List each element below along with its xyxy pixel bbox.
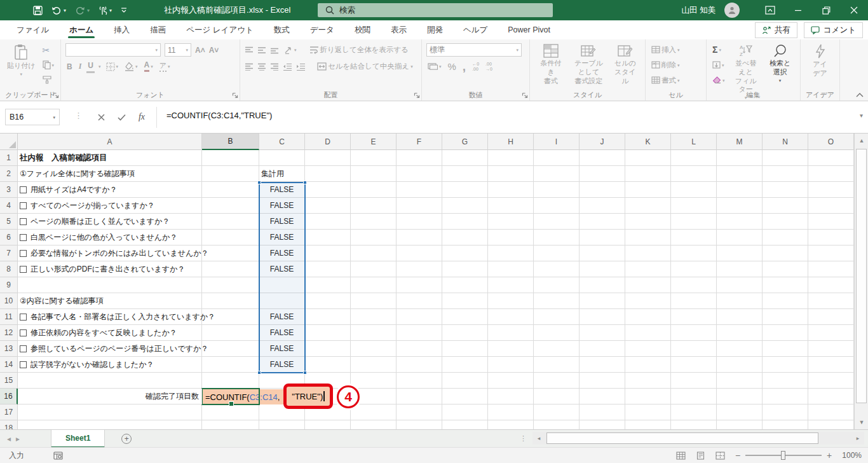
number-format-combo[interactable]: 標準▾	[426, 43, 522, 57]
cell-M13[interactable]	[717, 341, 763, 357]
column-header-I[interactable]: I	[534, 134, 580, 150]
cell-O18[interactable]	[808, 420, 854, 429]
cell-G3[interactable]	[442, 182, 488, 198]
cell-L14[interactable]	[671, 357, 717, 373]
cell-H13[interactable]	[488, 341, 534, 357]
cell-J2[interactable]	[580, 166, 625, 182]
search-box[interactable]: 検索	[318, 3, 553, 17]
page-layout-view-button[interactable]	[696, 452, 705, 460]
select-all-corner[interactable]	[0, 134, 18, 150]
cell-D14[interactable]	[305, 357, 351, 373]
cell-B17[interactable]	[202, 404, 259, 420]
ribbon-display-options-button[interactable]	[756, 0, 784, 20]
cell-N17[interactable]	[763, 404, 808, 420]
ribbon-tab-校閲[interactable]: 校閲	[344, 20, 381, 39]
autosum-button[interactable]: Σ▾	[711, 43, 726, 56]
cell-G16[interactable]	[442, 389, 488, 404]
row-header-13[interactable]: 13	[0, 341, 18, 357]
cell-I1[interactable]	[534, 150, 580, 166]
cell-O1[interactable]	[808, 150, 854, 166]
cell-A12[interactable]: 修正依頼の内容をすべて反映しましたか？	[18, 325, 202, 341]
cell-D12[interactable]	[305, 325, 351, 341]
ribbon-tab-Power Pivot[interactable]: Power Pivot	[498, 20, 560, 39]
cell-O11[interactable]	[808, 309, 854, 325]
paste-button[interactable]: 貼り付け ▾	[4, 43, 38, 86]
cell-O9[interactable]	[808, 277, 854, 293]
cell-N3[interactable]	[763, 182, 808, 198]
checkbox-icon[interactable]	[20, 329, 27, 336]
cell-L11[interactable]	[671, 309, 717, 325]
insert-cells-button[interactable]: 挿入 ▾	[650, 43, 702, 56]
borders-button[interactable]: ▾	[105, 60, 120, 73]
cell-B6[interactable]	[202, 230, 259, 245]
cell-I8[interactable]	[534, 261, 580, 277]
cell-B7[interactable]	[202, 245, 259, 261]
ribbon-tab-データ[interactable]: データ	[300, 20, 344, 39]
checkbox-icon[interactable]	[20, 345, 27, 352]
sheet-tab-sheet1[interactable]: Sheet1	[51, 430, 105, 448]
cell-A2[interactable]: ①ファイル全体に関する確認事項	[18, 166, 202, 182]
column-header-K[interactable]: K	[625, 134, 671, 150]
cell-E6[interactable]	[351, 230, 397, 245]
cell-M7[interactable]	[717, 245, 763, 261]
cell-E10[interactable]	[351, 293, 397, 309]
cell-N14[interactable]	[763, 357, 808, 373]
scroll-right-button[interactable]: ▸	[851, 432, 864, 445]
format-painter-button[interactable]	[41, 73, 56, 86]
cell-K11[interactable]	[625, 309, 671, 325]
cell-A1[interactable]: 社内報 入稿前確認項目	[18, 150, 202, 166]
cell-L10[interactable]	[671, 293, 717, 309]
cell-F12[interactable]	[397, 325, 442, 341]
percent-style-button[interactable]: %	[447, 60, 458, 73]
row-header-16[interactable]: 16	[0, 389, 18, 404]
cell-N2[interactable]	[763, 166, 808, 182]
cell-H4[interactable]	[488, 198, 534, 214]
cell-M16[interactable]	[717, 389, 763, 404]
row-header-10[interactable]: 10	[0, 293, 18, 309]
cell-K15[interactable]	[625, 373, 671, 389]
cell-L5[interactable]	[671, 214, 717, 230]
cell-J6[interactable]	[580, 230, 625, 245]
ribbon-tab-挿入[interactable]: 挿入	[104, 20, 140, 39]
cell-I15[interactable]	[534, 373, 580, 389]
copy-button[interactable]: ▾	[41, 59, 56, 71]
cell-J18[interactable]	[580, 420, 625, 429]
user-name[interactable]: 山田 知美	[682, 5, 715, 16]
cell-K6[interactable]	[625, 230, 671, 245]
close-button[interactable]	[840, 0, 868, 20]
cell-K5[interactable]	[625, 214, 671, 230]
cell-styles-button[interactable]: セルの スタイル	[610, 43, 641, 86]
row-header-18[interactable]: 18	[0, 420, 18, 429]
cell-J7[interactable]	[580, 245, 625, 261]
cell-K14[interactable]	[625, 357, 671, 373]
cell-G2[interactable]	[442, 166, 488, 182]
cell-H6[interactable]	[488, 230, 534, 245]
cell-O3[interactable]	[808, 182, 854, 198]
ribbon-tab-開発[interactable]: 開発	[417, 20, 453, 39]
cell-L17[interactable]	[671, 404, 717, 420]
cell-K2[interactable]	[625, 166, 671, 182]
cell-F7[interactable]	[397, 245, 442, 261]
cell-M11[interactable]	[717, 309, 763, 325]
cell-L13[interactable]	[671, 341, 717, 357]
wrap-text-button[interactable]: 折り返して全体を表示する	[308, 44, 410, 57]
cell-F2[interactable]	[397, 166, 442, 182]
font-dialog-launcher[interactable]	[232, 92, 238, 99]
cell-K7[interactable]	[625, 245, 671, 261]
cell-A14[interactable]: 誤字脱字がないか確認しましたか？	[18, 357, 202, 373]
font-size-combo[interactable]: 11▾	[165, 43, 191, 57]
cell-H10[interactable]	[488, 293, 534, 309]
customize-qat-button[interactable]	[121, 7, 127, 13]
cell-O16[interactable]	[808, 389, 854, 404]
cell-E5[interactable]	[351, 214, 397, 230]
cell-L7[interactable]	[671, 245, 717, 261]
row-header-1[interactable]: 1	[0, 150, 18, 166]
cell-M17[interactable]	[717, 404, 763, 420]
ribbon-tab-数式[interactable]: 数式	[264, 20, 300, 39]
vertical-scrollbar-thumb[interactable]	[856, 149, 867, 403]
cell-M4[interactable]	[717, 198, 763, 214]
cell-F16[interactable]	[397, 389, 442, 404]
cell-B10[interactable]	[202, 293, 259, 309]
cell-I7[interactable]	[534, 245, 580, 261]
cell-B9[interactable]	[202, 277, 259, 293]
